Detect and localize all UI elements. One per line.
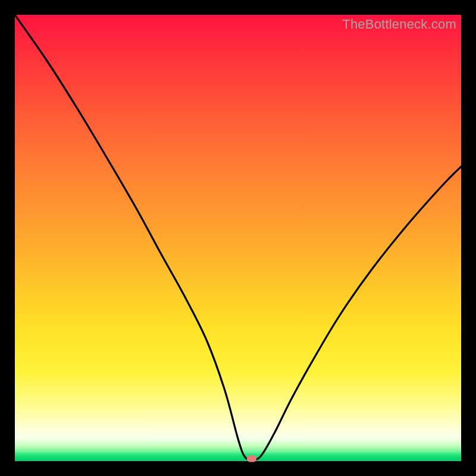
curve-path: [15, 15, 461, 459]
chart-frame: TheBottleneck.com: [0, 0, 476, 476]
optimal-point-marker: [247, 456, 256, 462]
bottleneck-curve: [15, 15, 461, 461]
plot-area: TheBottleneck.com: [15, 15, 461, 461]
watermark-label: TheBottleneck.com: [342, 17, 456, 32]
